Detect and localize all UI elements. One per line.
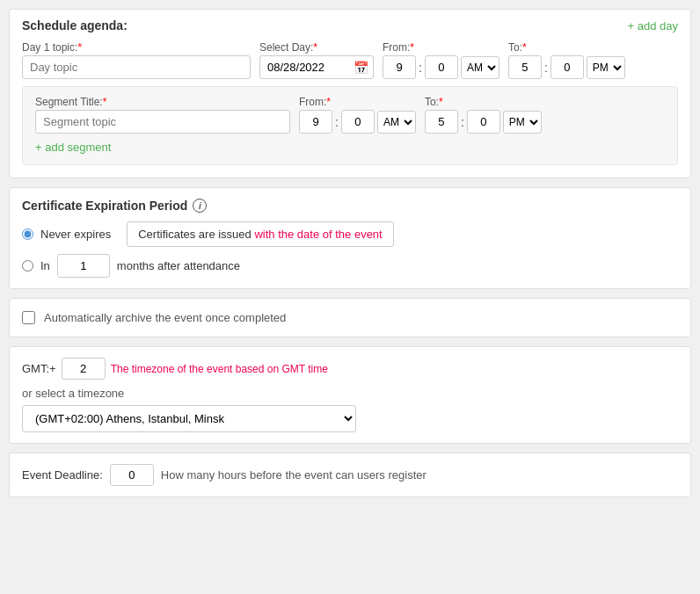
day1-row: Day 1 topic:* Select Day:* 📅 From:* (22, 41, 678, 79)
from-min-input-segment[interactable] (341, 110, 375, 134)
select-tz-label: or select a timezone (22, 387, 678, 400)
to-hour-input-segment[interactable] (425, 110, 458, 134)
schedule-section: Schedule agenda: + add day Day 1 topic:*… (9, 9, 691, 178)
to-label-segment: To:* (425, 96, 542, 108)
cert-header: Certificate Expiration Period i (22, 199, 678, 213)
select-day-group: Select Day:* 📅 (259, 41, 374, 79)
in-months-radio[interactable] (22, 260, 33, 272)
from-time-group-day1: : AM PM (383, 55, 499, 79)
segment-title-group: Segment Title:* (35, 96, 290, 134)
to-hour-input-day1[interactable] (508, 55, 542, 79)
months-input[interactable] (57, 254, 110, 278)
archive-checkbox[interactable] (22, 311, 35, 324)
archive-label: Automatically archive the event once com… (44, 311, 286, 324)
date-input-wrap: 📅 (259, 55, 374, 79)
add-day-button[interactable]: + add day (628, 19, 678, 33)
to-time-group-day1: : AM PM (508, 55, 625, 79)
months-hint: months after attendance (117, 259, 240, 272)
gmt-row: GMT:+ The timezone of the event based on… (22, 358, 678, 380)
never-expires-radio[interactable] (22, 228, 33, 240)
to-ampm-select-segment[interactable]: AM PM (503, 111, 542, 134)
months-row: In months after attendance (22, 254, 678, 278)
gmt-label: GMT:+ (22, 362, 56, 375)
from-ampm-select-day1[interactable]: AM PM (461, 56, 499, 79)
schedule-title: Schedule agenda: (22, 18, 128, 33)
deadline-input[interactable] (110, 464, 154, 486)
info-icon[interactable]: i (193, 199, 207, 213)
segment-area: Segment Title:* From:* : AM PM (22, 86, 678, 165)
from-label-segment: From:* (299, 96, 416, 108)
to-ampm-select-day1[interactable]: AM PM (587, 56, 625, 79)
main-container: Schedule agenda: + add day Day 1 topic:*… (9, 9, 691, 497)
date-input[interactable] (259, 55, 374, 79)
from-hour-input-segment[interactable] (299, 110, 332, 134)
timezone-select[interactable]: (GMT+02:00) Athens, Istanbul, Minsk (GMT… (22, 405, 356, 432)
select-day-label: Select Day:* (259, 41, 374, 54)
from-group-segment: From:* : AM PM (299, 96, 416, 134)
segment-title-input[interactable] (35, 110, 290, 134)
schedule-header: Schedule agenda: + add day (22, 18, 678, 33)
deadline-section: Event Deadline: How many hours before th… (9, 453, 691, 497)
to-time-group-segment: : AM PM (425, 110, 542, 134)
day-topic-group: Day 1 topic:* (22, 41, 251, 79)
to-label-day1: To:* (508, 41, 625, 54)
gmt-input[interactable] (62, 358, 106, 380)
from-ampm-select-segment[interactable]: AM PM (377, 111, 416, 134)
never-expires-row: Never expires Certificates are issued wi… (22, 221, 678, 247)
from-label-day1: From:* (383, 41, 499, 54)
from-hour-input-day1[interactable] (383, 55, 416, 79)
deadline-label: Event Deadline: (22, 468, 103, 482)
from-min-input-day1[interactable] (425, 55, 458, 79)
to-group-segment: To:* : AM PM (425, 96, 542, 134)
certificate-section: Certificate Expiration Period i Never ex… (9, 187, 691, 289)
to-min-input-segment[interactable] (467, 110, 500, 134)
segment-row: Segment Title:* From:* : AM PM (35, 96, 665, 134)
never-expires-label: Never expires (40, 228, 111, 241)
deadline-hint: How many hours before the event can user… (161, 468, 427, 482)
archive-section: Automatically archive the event once com… (9, 298, 691, 337)
to-min-input-day1[interactable] (551, 55, 584, 79)
day-topic-label: Day 1 topic:* (22, 41, 251, 54)
from-time-group-segment: : AM PM (299, 110, 416, 134)
segment-title-label: Segment Title:* (35, 96, 290, 108)
from-group-day1: From:* : AM PM (383, 41, 499, 79)
cert-title: Certificate Expiration Period (22, 199, 187, 213)
cert-tooltip: Certificates are issued with the date of… (127, 221, 394, 247)
timezone-section: GMT:+ The timezone of the event based on… (9, 346, 691, 444)
to-group-day1: To:* : AM PM (508, 41, 625, 79)
add-segment-button[interactable]: + add segment (35, 141, 111, 154)
in-label: In (40, 259, 50, 272)
day-topic-input[interactable] (22, 55, 251, 79)
gmt-hint: The timezone of the event based on GMT t… (111, 363, 328, 375)
